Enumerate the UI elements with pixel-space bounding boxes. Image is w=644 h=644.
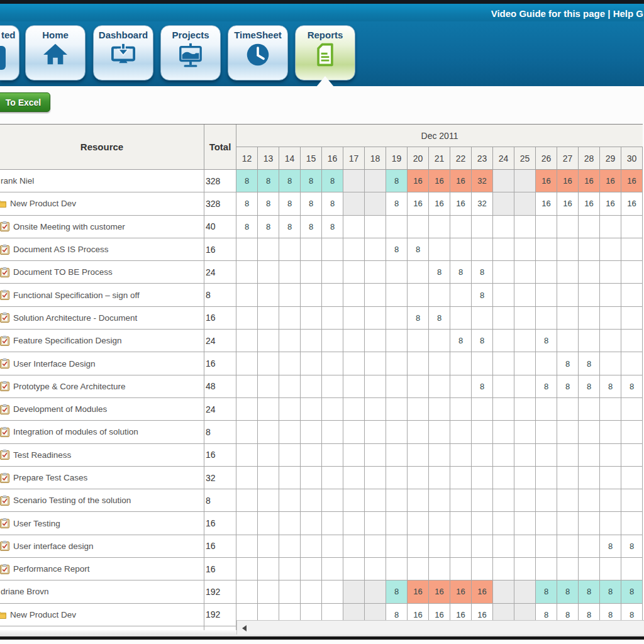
hours-cell: 8 — [429, 261, 450, 284]
total-hours-cell: 16 — [204, 558, 236, 580]
hours-cell — [472, 398, 493, 421]
hours-cell — [279, 352, 301, 375]
hours-cell — [429, 558, 450, 580]
hours-cell — [579, 307, 600, 330]
hours-cell: 8 — [557, 580, 579, 603]
hours-cell — [258, 330, 279, 352]
hours-cell: 16 — [621, 170, 643, 192]
hours-cell — [365, 352, 386, 375]
hours-cell — [600, 444, 621, 467]
hours-cell — [279, 489, 301, 512]
hours-cell — [236, 284, 258, 306]
resource-name-cell: Prepare Test Cases — [0, 467, 204, 489]
tab-home[interactable]: Home — [25, 25, 86, 80]
hours-cell — [621, 307, 643, 330]
hours-cell — [536, 558, 557, 580]
hours-cell — [365, 284, 386, 306]
hours-cell — [301, 489, 322, 512]
hours-cell — [579, 444, 600, 467]
hours-cell — [365, 375, 386, 398]
hours-cell — [408, 375, 429, 398]
hours-cell: 8 — [258, 170, 279, 192]
hours-cell — [365, 535, 386, 558]
hours-cell — [365, 421, 386, 443]
hours-cell — [472, 535, 493, 558]
hours-cell — [236, 580, 258, 603]
hours-cell — [258, 421, 279, 443]
hours-cell — [493, 261, 514, 284]
hours-cell — [472, 421, 493, 443]
hours-cell — [600, 398, 621, 421]
hours-cell — [621, 330, 643, 352]
home-icon — [26, 42, 85, 69]
resource-name-cell: Integration of modules of solution — [0, 421, 204, 443]
hours-cell — [236, 307, 258, 330]
resource-name-cell: Onsite Meeting with customer — [0, 216, 204, 238]
task-check-icon — [0, 473, 9, 483]
total-hours-cell: 24 — [204, 261, 236, 284]
tab-timesheet[interactable]: TimeSheet — [228, 25, 288, 80]
total-hours-cell: 328 — [204, 170, 236, 192]
hours-cell — [279, 467, 301, 489]
hours-cell — [322, 467, 343, 489]
resource-name: New Product Dev — [10, 199, 76, 208]
tab-getstarted-partial[interactable]: ted — [0, 25, 19, 80]
hours-cell — [236, 421, 258, 443]
reports-icon — [296, 42, 355, 70]
hours-cell: 8 — [322, 216, 343, 238]
day-header: 12 — [236, 147, 258, 169]
help-guide-link[interactable]: Video Guide for this page | Help G — [491, 8, 643, 19]
tab-projects[interactable]: Projects — [160, 25, 221, 80]
hours-cell — [236, 489, 258, 512]
hours-cell — [600, 421, 621, 443]
month-header: Dec 2011 — [236, 125, 643, 147]
hours-cell — [408, 444, 429, 467]
hours-cell — [450, 558, 472, 580]
hours-cell — [579, 238, 600, 261]
hours-cell: 32 — [472, 192, 493, 215]
table-row-task: Scenario Testing of the solution8 — [0, 489, 643, 512]
tab-reports[interactable]: Reports — [295, 25, 355, 80]
hours-cell — [450, 216, 472, 238]
hours-cell — [386, 330, 408, 352]
hours-cell: 8 — [386, 192, 408, 215]
export-to-excel-button[interactable]: To Excel — [0, 92, 50, 112]
hours-cell: 16 — [621, 192, 643, 215]
hours-cell — [365, 558, 386, 580]
scrollbar-left-arrow-icon[interactable] — [242, 625, 247, 631]
horizontal-scrollbar[interactable] — [236, 620, 644, 635]
hours-cell — [236, 330, 258, 352]
hours-cell — [579, 216, 600, 238]
hours-cell: 16 — [579, 192, 600, 215]
task-check-icon — [0, 427, 9, 437]
hours-cell: 8 — [301, 170, 322, 192]
hours-cell — [472, 558, 493, 580]
day-header: 17 — [343, 147, 365, 169]
hours-cell — [258, 580, 279, 603]
hours-cell — [386, 398, 408, 421]
hours-cell — [557, 558, 579, 580]
resource-name-cell: Scenario Testing of the solution — [0, 489, 204, 512]
tab-dashboard[interactable]: Dashboard — [93, 25, 153, 80]
table-row-task: Solution Architecture - Document1688 — [0, 307, 643, 330]
hours-cell: 8 — [450, 261, 472, 284]
hours-cell — [236, 512, 258, 535]
hours-cell — [408, 467, 429, 489]
top-strip: Video Guide for this page | Help G — [0, 4, 644, 21]
resource-name-cell: Document TO BE Process — [0, 261, 204, 284]
resource-name-cell: Development of Modules — [0, 398, 204, 421]
resource-name: rank Niel — [1, 176, 34, 186]
hours-cell — [450, 512, 472, 535]
day-header: 29 — [600, 147, 621, 169]
hours-cell — [493, 398, 514, 421]
task-check-icon — [0, 496, 9, 506]
hours-cell — [579, 398, 600, 421]
hours-cell — [450, 352, 472, 375]
hours-cell — [343, 489, 365, 512]
hours-cell — [429, 352, 450, 375]
hours-cell: 8 — [279, 170, 301, 192]
hours-cell — [514, 352, 536, 375]
hours-cell — [322, 580, 343, 603]
hours-cell — [386, 284, 408, 306]
day-header: 25 — [514, 147, 536, 169]
